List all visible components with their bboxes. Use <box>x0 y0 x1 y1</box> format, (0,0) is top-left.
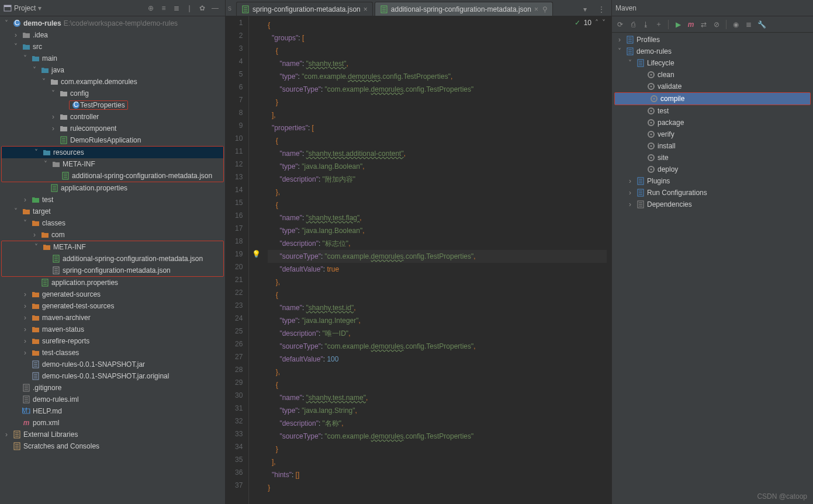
code-line[interactable]: "defaultValue": 100 <box>268 353 607 366</box>
maven-item-clean[interactable]: clean <box>612 69 813 81</box>
code-line[interactable]: "description": "附加内容" <box>268 173 607 186</box>
reload-icon[interactable]: ⟳ <box>614 18 626 31</box>
code-line[interactable]: } <box>268 443 607 456</box>
expand-icon[interactable]: › <box>21 337 29 345</box>
tree-row-src[interactable]: ˅src <box>0 41 225 53</box>
expand-icon[interactable]: › <box>21 349 29 357</box>
code-line[interactable]: { <box>268 19 607 32</box>
expand-icon[interactable]: ˅ <box>49 89 57 98</box>
expand-all-icon[interactable]: ≡ <box>157 2 170 15</box>
code-line[interactable]: "type": "com.example.demorules.config.Te… <box>268 70 607 83</box>
tree-row-meta-inf[interactable]: ˅META-INF <box>2 158 223 170</box>
tree-row-application-properties[interactable]: application.properties <box>0 182 225 194</box>
tree-row-help-md[interactable]: M↓HELP.md <box>0 405 225 417</box>
maven-item-package[interactable]: package <box>612 117 813 128</box>
expand-icon[interactable]: › <box>626 177 634 185</box>
tree-row-rulecomponent[interactable]: ›rulecomponent <box>0 123 225 134</box>
maven-item-plugins[interactable]: ›Plugins <box>612 175 813 187</box>
tree-row-external-libraries[interactable]: ›External Libraries <box>0 429 225 440</box>
code-line[interactable]: "description": "标志位", <box>268 237 607 250</box>
expand-icon[interactable]: › <box>49 113 57 121</box>
offline-icon[interactable]: ◉ <box>730 18 742 31</box>
tree-row-pom-xml[interactable]: mpom.xml <box>0 417 225 429</box>
code-line[interactable]: "type": "java.lang.Integer", <box>268 314 607 327</box>
editor-tab[interactable]: additional-spring-configuration-metadata… <box>375 2 553 16</box>
tree-row-spring-configuration-metadata-json[interactable]: spring-configuration-metadata.json <box>2 265 223 276</box>
code-line[interactable]: "sourceType": "com.example.demorules.con… <box>268 430 607 443</box>
code-line[interactable]: "sourceType": "com.example.demorules.con… <box>268 250 607 263</box>
expand-icon[interactable]: ˅ <box>12 207 20 215</box>
m-icon[interactable]: m <box>685 18 697 31</box>
code-line[interactable]: "properties": [ <box>268 121 607 134</box>
tree-row-testproperties[interactable]: CTestProperties <box>0 99 225 111</box>
tree-row-maven-archiver[interactable]: ›maven-archiver <box>0 312 225 324</box>
code-line[interactable]: "type": "java.lang.Boolean", <box>268 160 607 173</box>
tree-row-additional-spring-configuration-metadata-json[interactable]: additional-spring-configuration-metadata… <box>2 170 223 182</box>
maven-item-install[interactable]: install <box>612 140 813 152</box>
maven-tree[interactable]: ›Profiles˅demo-rules˅Lifecyclecleanvalid… <box>612 33 813 504</box>
skip-icon[interactable]: ⊘ <box>711 18 722 31</box>
expand-icon[interactable]: ˅ <box>2 19 11 27</box>
collapse-icon[interactable]: ≣ <box>743 18 755 31</box>
tabs-more-icon[interactable]: ⋮ <box>595 3 608 16</box>
tree-row-target[interactable]: ˅target <box>0 206 225 217</box>
tree-row-main[interactable]: ˅main <box>0 53 225 64</box>
maven-item-deploy[interactable]: deploy <box>612 164 813 175</box>
tree-row--gitignore[interactable]: .gitignore <box>0 382 225 394</box>
tree-row-surefire-reports[interactable]: ›surefire-reports <box>0 335 225 347</box>
expand-icon[interactable]: › <box>30 231 39 239</box>
prev-highlight-icon[interactable]: ˄ <box>595 19 598 27</box>
tree-row-demo-rules[interactable]: ˅Cdemo-rules E:\code\workspace-temp\demo… <box>0 18 225 29</box>
tree-row-test-classes[interactable]: ›test-classes <box>0 347 225 359</box>
code-line[interactable]: } <box>268 481 607 494</box>
settings-icon[interactable]: ✿ <box>196 2 209 15</box>
code-line[interactable]: "name": "shanhy.test.name", <box>268 391 607 404</box>
tree-row-additional-spring-configuration-metadata-json[interactable]: additional-spring-configuration-metadata… <box>2 253 223 265</box>
code-editor[interactable]: 1234567891011121314151617181920212223242… <box>226 16 611 504</box>
code-line[interactable]: "name": "shanhy.test", <box>268 57 607 70</box>
maven-item-verify[interactable]: verify <box>612 128 813 140</box>
tree-row--idea[interactable]: ›.idea <box>0 29 225 41</box>
expand-icon[interactable]: › <box>615 36 624 44</box>
maven-item-validate[interactable]: validate <box>612 81 813 92</box>
code-line[interactable]: "name": "shanhy.test.id", <box>268 301 607 314</box>
close-icon[interactable]: × <box>364 5 368 13</box>
code-line[interactable]: ], <box>268 109 607 121</box>
expand-icon[interactable]: ˅ <box>40 78 48 86</box>
tree-row-scratches-and-consoles[interactable]: Scratches and Consoles <box>0 440 225 452</box>
tree-row-demo-rules-0-0-1-snapshot-jar-original[interactable]: demo-rules-0.0.1-SNAPSHOT.jar.original <box>0 370 225 382</box>
inspection-widget[interactable]: ✓ 10 ˄ ˅ <box>575 19 606 27</box>
code-line[interactable]: "name": "shanhy.test.flag", <box>268 211 607 224</box>
maven-item-site[interactable]: site <box>612 152 813 164</box>
tree-row-maven-status[interactable]: ›maven-status <box>0 324 225 335</box>
tree-row-resources[interactable]: ˅resources <box>2 147 223 158</box>
code-line[interactable]: "type": "java.lang.Boolean", <box>268 224 607 237</box>
tree-row-classes[interactable]: ˅classes <box>0 217 225 229</box>
expand-icon[interactable]: › <box>626 200 634 208</box>
generate-icon[interactable]: ⎙ <box>627 18 639 31</box>
tree-row-com[interactable]: ›com <box>0 229 225 241</box>
expand-icon[interactable]: › <box>21 325 29 333</box>
tree-row-controller[interactable]: ›controller <box>0 111 225 123</box>
expand-icon[interactable]: ˅ <box>21 219 29 227</box>
code-line[interactable]: { <box>268 199 607 211</box>
intention-bulb-icon[interactable]: 💡 <box>249 250 263 263</box>
expand-icon[interactable]: › <box>2 430 11 439</box>
plus-icon[interactable]: ＋ <box>653 18 665 31</box>
close-icon[interactable]: × <box>534 5 538 13</box>
code-line[interactable]: "name": "shanhy.test.additional-content"… <box>268 147 607 160</box>
code-line[interactable]: { <box>268 378 607 391</box>
code-line[interactable]: ], <box>268 456 607 468</box>
expand-icon[interactable]: ˅ <box>32 243 40 251</box>
code-line[interactable]: "groups": [ <box>268 32 607 44</box>
maven-item-run-configurations[interactable]: ›Run Configurations <box>612 187 813 199</box>
code-line[interactable]: }, <box>268 186 607 199</box>
project-dropdown-icon[interactable]: ▾ <box>38 4 41 12</box>
expand-icon[interactable]: ˅ <box>21 54 29 62</box>
tree-row-java[interactable]: ˅java <box>0 64 225 76</box>
maven-item-dependencies[interactable]: ›Dependencies <box>612 199 813 210</box>
code-line[interactable]: }, <box>268 366 607 378</box>
tree-row-meta-inf[interactable]: ˅META-INF <box>2 241 223 253</box>
code-line[interactable]: "defaultValue": true <box>268 263 607 276</box>
expand-icon[interactable]: › <box>49 124 57 133</box>
